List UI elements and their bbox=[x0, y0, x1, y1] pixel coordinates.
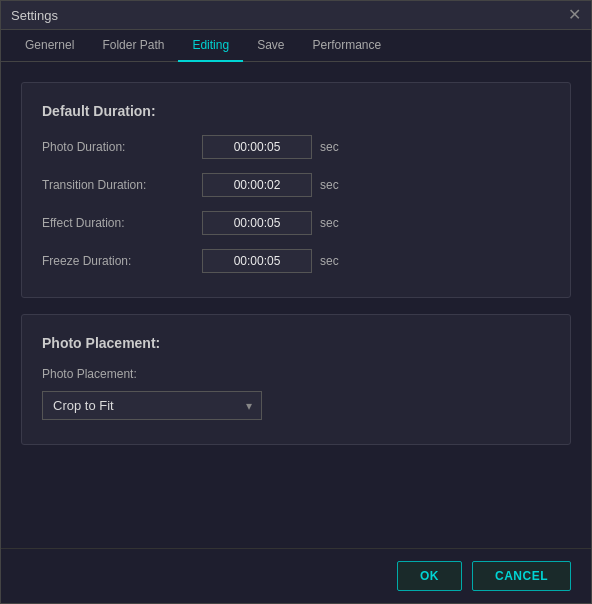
freeze-duration-unit: sec bbox=[320, 254, 339, 268]
footer: OK CANCEL bbox=[1, 548, 591, 603]
freeze-duration-row: Freeze Duration: sec bbox=[42, 249, 550, 273]
tab-bar: Genernel Folder Path Editing Save Perfor… bbox=[1, 30, 591, 62]
transition-duration-unit: sec bbox=[320, 178, 339, 192]
default-duration-section: Default Duration: Photo Duration: sec Tr… bbox=[21, 82, 571, 298]
photo-duration-label: Photo Duration: bbox=[42, 140, 202, 154]
photo-placement-dropdown[interactable]: Crop to Fit Fit to Frame Stretch to Fill bbox=[42, 391, 262, 420]
effect-duration-row: Effect Duration: sec bbox=[42, 211, 550, 235]
photo-placement-section: Photo Placement: Photo Placement: Crop t… bbox=[21, 314, 571, 445]
window-title: Settings bbox=[11, 8, 58, 23]
tab-genernel[interactable]: Genernel bbox=[11, 30, 88, 62]
transition-duration-label: Transition Duration: bbox=[42, 178, 202, 192]
effect-duration-unit: sec bbox=[320, 216, 339, 230]
effect-duration-label: Effect Duration: bbox=[42, 216, 202, 230]
freeze-duration-input[interactable] bbox=[202, 249, 312, 273]
photo-duration-input[interactable] bbox=[202, 135, 312, 159]
photo-duration-row: Photo Duration: sec bbox=[42, 135, 550, 159]
photo-duration-unit: sec bbox=[320, 140, 339, 154]
transition-duration-row: Transition Duration: sec bbox=[42, 173, 550, 197]
cancel-button[interactable]: CANCEL bbox=[472, 561, 571, 591]
photo-placement-title: Photo Placement: bbox=[42, 335, 550, 351]
photo-placement-field-label: Photo Placement: bbox=[42, 367, 550, 381]
content-area: Default Duration: Photo Duration: sec Tr… bbox=[1, 62, 591, 548]
freeze-duration-label: Freeze Duration: bbox=[42, 254, 202, 268]
tab-folder-path[interactable]: Folder Path bbox=[88, 30, 178, 62]
transition-duration-input[interactable] bbox=[202, 173, 312, 197]
ok-button[interactable]: OK bbox=[397, 561, 462, 591]
title-bar: Settings ✕ bbox=[1, 1, 591, 30]
tab-performance[interactable]: Performance bbox=[298, 30, 395, 62]
effect-duration-input[interactable] bbox=[202, 211, 312, 235]
settings-window: Settings ✕ Genernel Folder Path Editing … bbox=[0, 0, 592, 604]
default-duration-title: Default Duration: bbox=[42, 103, 550, 119]
tab-editing[interactable]: Editing bbox=[178, 30, 243, 62]
placement-dropdown-wrapper: Crop to Fit Fit to Frame Stretch to Fill… bbox=[42, 391, 262, 420]
tab-save[interactable]: Save bbox=[243, 30, 298, 62]
close-button[interactable]: ✕ bbox=[568, 7, 581, 23]
